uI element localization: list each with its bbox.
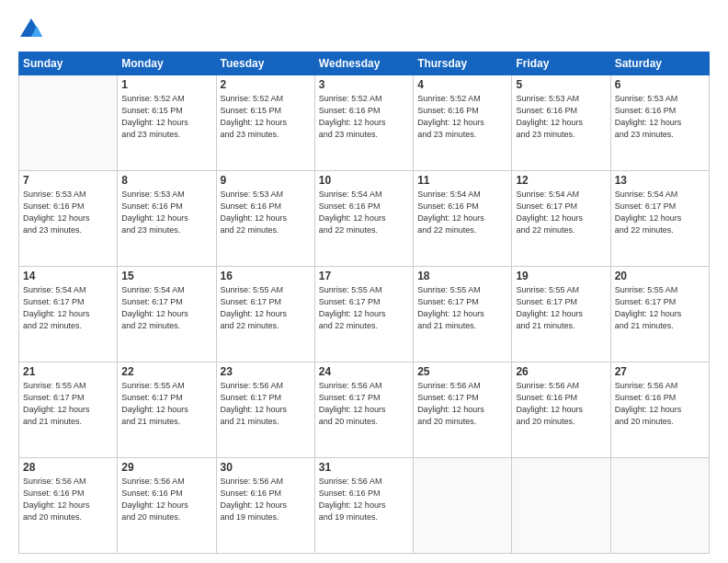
- day-number: 4: [417, 78, 507, 91]
- header: [18, 17, 710, 42]
- calendar-header-wednesday: Wednesday: [314, 52, 413, 75]
- calendar-header-friday: Friday: [512, 52, 610, 75]
- calendar-cell: 3Sunrise: 5:52 AM Sunset: 6:16 PM Daylig…: [314, 75, 413, 171]
- calendar-cell: [414, 458, 512, 554]
- day-number: 5: [516, 78, 606, 91]
- day-number: 28: [23, 461, 113, 474]
- day-number: 9: [221, 174, 311, 187]
- week-row-3: 14Sunrise: 5:54 AM Sunset: 6:17 PM Dayli…: [19, 267, 710, 362]
- day-info: Sunrise: 5:53 AM Sunset: 6:16 PM Dayligh…: [221, 189, 311, 236]
- calendar-cell: 19Sunrise: 5:55 AM Sunset: 6:17 PM Dayli…: [512, 267, 610, 362]
- day-info: Sunrise: 5:52 AM Sunset: 6:15 PM Dayligh…: [121, 93, 211, 141]
- day-number: 10: [319, 174, 409, 187]
- day-number: 3: [319, 78, 409, 91]
- calendar-cell: 30Sunrise: 5:56 AM Sunset: 6:16 PM Dayli…: [216, 458, 314, 554]
- day-info: Sunrise: 5:55 AM Sunset: 6:17 PM Dayligh…: [319, 284, 409, 332]
- day-number: 27: [615, 365, 705, 378]
- calendar-cell: 22Sunrise: 5:55 AM Sunset: 6:17 PM Dayli…: [118, 362, 216, 458]
- day-info: Sunrise: 5:53 AM Sunset: 6:16 PM Dayligh…: [23, 189, 113, 236]
- day-number: 18: [417, 270, 507, 282]
- calendar-header-monday: Monday: [118, 52, 216, 75]
- day-info: Sunrise: 5:54 AM Sunset: 6:16 PM Dayligh…: [417, 189, 507, 236]
- day-number: 29: [121, 461, 211, 474]
- day-info: Sunrise: 5:52 AM Sunset: 6:16 PM Dayligh…: [417, 93, 507, 141]
- day-info: Sunrise: 5:54 AM Sunset: 6:17 PM Dayligh…: [23, 284, 113, 332]
- calendar-cell: 7Sunrise: 5:53 AM Sunset: 6:16 PM Daylig…: [19, 171, 118, 267]
- day-info: Sunrise: 5:53 AM Sunset: 6:16 PM Dayligh…: [516, 93, 606, 141]
- day-info: Sunrise: 5:53 AM Sunset: 6:16 PM Dayligh…: [615, 93, 705, 141]
- day-info: Sunrise: 5:56 AM Sunset: 6:16 PM Dayligh…: [221, 476, 311, 523]
- calendar-cell: 28Sunrise: 5:56 AM Sunset: 6:16 PM Dayli…: [19, 458, 118, 554]
- day-info: Sunrise: 5:56 AM Sunset: 6:16 PM Dayligh…: [516, 380, 606, 428]
- day-info: Sunrise: 5:54 AM Sunset: 6:17 PM Dayligh…: [516, 189, 606, 236]
- calendar-header-thursday: Thursday: [414, 52, 512, 75]
- day-info: Sunrise: 5:56 AM Sunset: 6:17 PM Dayligh…: [417, 380, 507, 428]
- day-number: 30: [221, 461, 311, 474]
- day-info: Sunrise: 5:52 AM Sunset: 6:16 PM Dayligh…: [319, 93, 409, 141]
- day-info: Sunrise: 5:54 AM Sunset: 6:17 PM Dayligh…: [615, 189, 705, 236]
- calendar-cell: 31Sunrise: 5:56 AM Sunset: 6:16 PM Dayli…: [314, 458, 413, 554]
- day-info: Sunrise: 5:56 AM Sunset: 6:17 PM Dayligh…: [319, 380, 409, 428]
- calendar-cell: [512, 458, 610, 554]
- day-number: 31: [319, 461, 409, 474]
- calendar-cell: 27Sunrise: 5:56 AM Sunset: 6:16 PM Dayli…: [610, 362, 709, 458]
- day-number: 16: [221, 270, 311, 282]
- day-info: Sunrise: 5:55 AM Sunset: 6:17 PM Dayligh…: [417, 284, 507, 332]
- day-info: Sunrise: 5:54 AM Sunset: 6:17 PM Dayligh…: [121, 284, 211, 332]
- calendar-cell: 18Sunrise: 5:55 AM Sunset: 6:17 PM Dayli…: [414, 267, 512, 362]
- day-info: Sunrise: 5:54 AM Sunset: 6:16 PM Dayligh…: [319, 189, 409, 236]
- day-info: Sunrise: 5:56 AM Sunset: 6:16 PM Dayligh…: [319, 476, 409, 523]
- calendar-table: SundayMondayTuesdayWednesdayThursdayFrid…: [18, 52, 710, 554]
- day-number: 17: [319, 270, 409, 282]
- calendar-cell: 21Sunrise: 5:55 AM Sunset: 6:17 PM Dayli…: [19, 362, 118, 458]
- day-number: 2: [221, 78, 311, 91]
- week-row-2: 7Sunrise: 5:53 AM Sunset: 6:16 PM Daylig…: [19, 171, 710, 267]
- calendar-cell: 1Sunrise: 5:52 AM Sunset: 6:15 PM Daylig…: [118, 75, 216, 171]
- day-info: Sunrise: 5:56 AM Sunset: 6:17 PM Dayligh…: [221, 380, 311, 428]
- calendar-cell: [19, 75, 118, 171]
- calendar-cell: 13Sunrise: 5:54 AM Sunset: 6:17 PM Dayli…: [610, 171, 709, 267]
- week-row-1: 1Sunrise: 5:52 AM Sunset: 6:15 PM Daylig…: [19, 75, 710, 171]
- calendar-cell: 5Sunrise: 5:53 AM Sunset: 6:16 PM Daylig…: [512, 75, 610, 171]
- calendar-header-tuesday: Tuesday: [216, 52, 314, 75]
- calendar-cell: 26Sunrise: 5:56 AM Sunset: 6:16 PM Dayli…: [512, 362, 610, 458]
- calendar-header-sunday: Sunday: [19, 52, 118, 75]
- day-number: 14: [23, 270, 113, 282]
- calendar-cell: 23Sunrise: 5:56 AM Sunset: 6:17 PM Dayli…: [216, 362, 314, 458]
- calendar-cell: 14Sunrise: 5:54 AM Sunset: 6:17 PM Dayli…: [19, 267, 118, 362]
- week-row-4: 21Sunrise: 5:55 AM Sunset: 6:17 PM Dayli…: [19, 362, 710, 458]
- calendar-cell: 10Sunrise: 5:54 AM Sunset: 6:16 PM Dayli…: [314, 171, 413, 267]
- calendar-cell: 15Sunrise: 5:54 AM Sunset: 6:17 PM Dayli…: [118, 267, 216, 362]
- day-number: 1: [121, 78, 211, 91]
- day-info: Sunrise: 5:53 AM Sunset: 6:16 PM Dayligh…: [121, 189, 211, 236]
- day-number: 25: [417, 365, 507, 378]
- day-number: 12: [516, 174, 606, 187]
- calendar-cell: 20Sunrise: 5:55 AM Sunset: 6:17 PM Dayli…: [610, 267, 709, 362]
- logo-icon: [18, 17, 44, 42]
- day-number: 19: [516, 270, 606, 282]
- day-number: 6: [615, 78, 705, 91]
- day-info: Sunrise: 5:52 AM Sunset: 6:15 PM Dayligh…: [221, 93, 311, 141]
- day-number: 24: [319, 365, 409, 378]
- calendar-cell: 12Sunrise: 5:54 AM Sunset: 6:17 PM Dayli…: [512, 171, 610, 267]
- calendar-cell: 2Sunrise: 5:52 AM Sunset: 6:15 PM Daylig…: [216, 75, 314, 171]
- calendar-header-row: SundayMondayTuesdayWednesdayThursdayFrid…: [19, 52, 710, 75]
- calendar-cell: 8Sunrise: 5:53 AM Sunset: 6:16 PM Daylig…: [118, 171, 216, 267]
- day-info: Sunrise: 5:55 AM Sunset: 6:17 PM Dayligh…: [221, 284, 311, 332]
- day-number: 26: [516, 365, 606, 378]
- day-number: 13: [615, 174, 705, 187]
- calendar-cell: 16Sunrise: 5:55 AM Sunset: 6:17 PM Dayli…: [216, 267, 314, 362]
- day-info: Sunrise: 5:55 AM Sunset: 6:17 PM Dayligh…: [121, 380, 211, 428]
- logo: [18, 17, 48, 42]
- day-number: 21: [23, 365, 113, 378]
- page: SundayMondayTuesdayWednesdayThursdayFrid…: [0, 0, 728, 563]
- day-info: Sunrise: 5:55 AM Sunset: 6:17 PM Dayligh…: [615, 284, 705, 332]
- day-number: 23: [221, 365, 311, 378]
- day-number: 11: [417, 174, 507, 187]
- calendar-cell: 6Sunrise: 5:53 AM Sunset: 6:16 PM Daylig…: [610, 75, 709, 171]
- week-row-5: 28Sunrise: 5:56 AM Sunset: 6:16 PM Dayli…: [19, 458, 710, 554]
- calendar-cell: 9Sunrise: 5:53 AM Sunset: 6:16 PM Daylig…: [216, 171, 314, 267]
- calendar-cell: 11Sunrise: 5:54 AM Sunset: 6:16 PM Dayli…: [414, 171, 512, 267]
- day-info: Sunrise: 5:56 AM Sunset: 6:16 PM Dayligh…: [615, 380, 705, 428]
- calendar-header-saturday: Saturday: [610, 52, 709, 75]
